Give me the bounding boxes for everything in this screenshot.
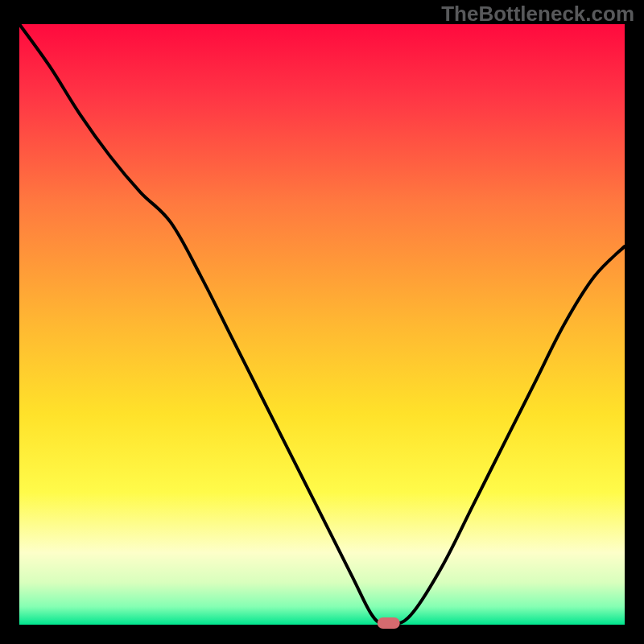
- watermark-text: TheBottleneck.com: [441, 2, 634, 27]
- chart-marker: [378, 617, 400, 629]
- bottleneck-chart: TheBottleneck.com: [0, 0, 644, 644]
- chart-svg: [0, 0, 644, 644]
- chart-plot-area: [19, 24, 625, 625]
